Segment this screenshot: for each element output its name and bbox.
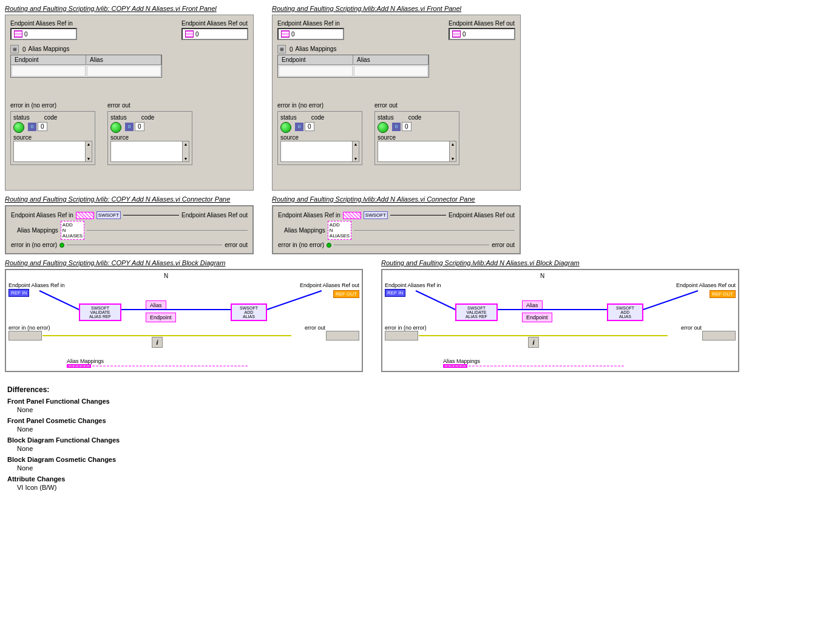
connector-right-aliases-badge: ADDNALIASES [328,221,351,240]
connector-left-ref-in-box [76,212,94,219]
svg-line-0 [39,291,79,310]
front-panel-right-block: Routing and Faulting Scripting.lvlib:Add… [272,5,521,191]
fp-left-out-code-label: code [141,114,155,121]
connector-left-swsoft1: SWSOFT [97,211,121,219]
fp-left-error-out-inner: 0 0 [110,122,189,133]
fp-left-out-scrollbar: ▲ ▼ [182,141,189,161]
connector-right-error-row: error in (no error) error out [278,242,515,248]
connector-left-ref-in-label: Endpoint Aliases Ref in [11,212,73,219]
diff-category-0-name: Front Panel Functional Changes [7,398,816,405]
diff-category-3: Block Diagram Cosmetic Changes None [7,456,816,472]
fp-left-out-source-label: source [110,134,189,141]
fp-right-out-status-led [378,122,388,133]
fp-left-scroll-up[interactable]: ▲ [87,142,91,146]
front-panel-left: Endpoint Aliases Ref in 0 Endpoint Alias… [5,15,254,191]
fp-right-out-scroll-down[interactable]: ▼ [451,157,455,161]
bd-left-ref-box: REF IN [8,289,29,297]
fp-right-scroll-up[interactable]: ▲ [354,142,358,146]
block-diagram-right-block: Routing and Faulting Scripting.lvlib:Add… [381,259,739,372]
fp-right-code-val: 0 [305,122,314,131]
bd-right-error-out-label: error out [681,325,702,331]
fp-left-alias-section: ⊞ 0 Alias Mappings Endpoint Alias [10,45,248,78]
front-panel-left-block: Routing and Faulting Scripting.lvlib: CO… [5,5,254,191]
fp-left-error-in: error in (no error) status code 0 0 [10,102,95,165]
bd-left-validate-sub: VALIDATE [83,310,118,314]
bd-left-ref-in-box: REF IN [8,288,29,296]
connector-right-add-n: ADDNALIASES [330,222,350,239]
connector-right-alias-label: Alias Mappings [284,227,325,234]
fp-left-ref-out-control[interactable]: 0 [181,28,248,40]
diff-category-2-item-0: None [17,445,816,452]
fp-right-ref-in-icon [281,30,290,38]
bd-right-ref-out-label: Endpoint Aliases Ref out [676,282,736,288]
main-container: Routing and Faulting Scripting.lvlib: CO… [5,5,818,493]
fp-left-source-label: source [13,134,92,141]
svg-line-5 [416,291,455,310]
bd-left-n-label: N [164,273,168,279]
fp-right-error-in-label: error in (no error) [277,102,362,109]
bd-right-add-label: ADD [611,310,640,314]
diff-category-1: Front Panel Cosmetic Changes None [7,417,816,433]
fp-left-out-source-box: ▲ ▼ [110,141,189,162]
fp-right-alias-table: Endpoint Alias [277,55,429,78]
fp-right-alias-header: Endpoint Alias [278,55,428,65]
fp-right-alias-section: ⊞ 0 Alias Mappings Endpoint Alias [277,45,515,78]
bd-right-error-out-box [702,331,736,341]
fp-right-status-led [280,122,291,133]
fp-left-scrollbar: ▲ ▼ [85,141,92,161]
fp-right-out-scroll-up[interactable]: ▲ [451,142,455,146]
fp-right-out-source-label: source [378,134,456,141]
fp-left-scroll-down[interactable]: ▼ [87,157,91,161]
connector-right-ref-in-row: Endpoint Aliases Ref in SWSOFT Endpoint … [278,211,515,219]
block-diagram-row: Routing and Faulting Scripting.lvlib: CO… [5,259,818,372]
fp-right-ref-out-group: Endpoint Aliases Ref out 0 [449,20,515,40]
front-panel-right-title: Routing and Faulting Scripting.lvlib:Add… [272,5,521,12]
connector-left-title: Routing and Faulting Scripting.lvlib: CO… [5,195,254,203]
differences-section: Differences: Front Panel Functional Chan… [5,383,818,493]
fp-right-alias-col: Alias [353,55,428,64]
fp-right-ref-out-control[interactable]: 0 [449,28,515,40]
fp-left-ref-in-control[interactable]: 0 [10,28,77,40]
block-diagram-left-title: Routing and Faulting Scripting.lvlib: CO… [5,259,363,266]
bd-left-ref-out-box: REF OUT [333,290,359,297]
bd-left-error-in-box [8,331,42,341]
fp-right-out-source-box: ▲ ▼ [378,141,456,162]
fp-left-error-in-col-labels: status code [13,114,92,121]
bd-right-validate-sub: VALIDATE [459,310,494,314]
connector-right-ref-out-label: Endpoint Aliases Ref out [449,212,515,219]
fp-left-out-status-led [110,122,121,133]
diff-category-4-name: Attribute Changes [7,475,816,483]
bd-left-alias-mappings-label: Alias Mappings [67,358,104,364]
differences-heading: Differences: [7,385,816,394]
fp-right-error-out: error out status code 0 0 [374,102,459,165]
fp-left-ref-out-value: 0 [195,31,199,38]
connector-left-block: Routing and Faulting Scripting.lvlib: CO… [5,195,254,254]
connector-left-line1 [123,215,179,215]
connector-left-ref-out-label: Endpoint Aliases Ref out [181,212,248,219]
fp-right-ref-out-value: 0 [462,31,466,38]
connector-left-alias-label: Alias Mappings [17,227,58,234]
connector-right-error-out-label: error out [492,242,515,248]
fp-left-out-scroll-down[interactable]: ▼ [184,157,188,161]
block-diagram-right: N Endpoint Aliases Ref in REF IN Endpoin… [381,269,739,372]
diff-category-1-name: Front Panel Cosmetic Changes [7,417,816,424]
bd-left-error-out-box [326,331,359,341]
connector-left-error-row: error in (no error) error out [11,242,248,248]
connector-left-error-dot [59,243,64,248]
fp-left-out-scroll-up[interactable]: ▲ [184,142,188,146]
bd-right-info-icon: i [528,337,539,348]
bd-left-add-swsoft: SWSOFT [234,306,263,310]
bd-left-add-alias-box: SWSOFT ADD ALIAS [231,303,267,321]
fp-right-error-out-col-labels: status code [378,114,456,121]
front-panel-right: Endpoint Aliases Ref in 0 Endpoint Alias… [272,15,521,191]
bd-right-error-in-label: error in (no error) [385,325,427,331]
diff-category-2: Block Diagram Functional Changes None [7,436,816,452]
bd-right-endpoint-box: Endpoint [522,313,552,322]
bd-right-add-alias: ALIAS [611,314,640,319]
fp-right-ref-in-control[interactable]: 0 [277,28,344,40]
fp-left-code-label: code [44,114,58,121]
bd-right-alias-mappings-box [443,364,467,368]
fp-right-error-out-inner: 0 0 [378,122,456,133]
diff-category-2-name: Block Diagram Functional Changes [7,436,816,444]
fp-right-scroll-down[interactable]: ▼ [354,157,358,161]
